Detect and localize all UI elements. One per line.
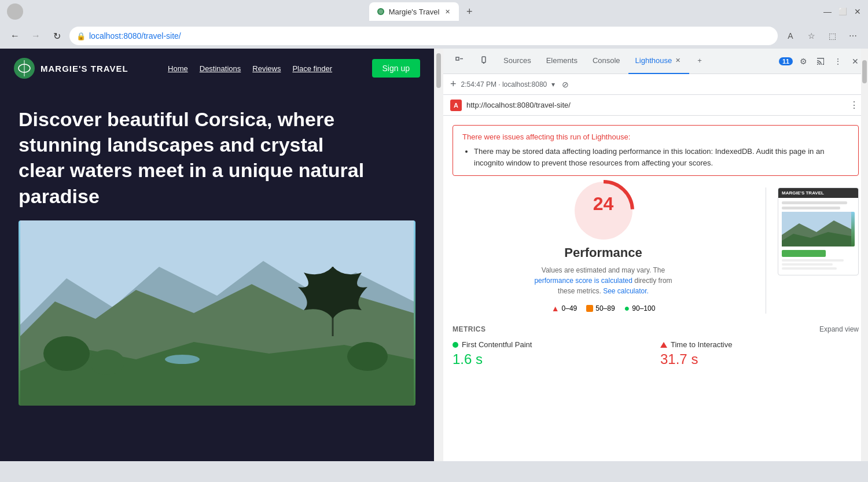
legend-green: ● 90–100	[624, 303, 656, 314]
scroll-thumb[interactable]	[436, 53, 441, 88]
hero-title: Discover beautiful Corsica, where stunni…	[19, 106, 366, 209]
nav-home[interactable]: Home	[168, 64, 188, 73]
green-dot-icon: ●	[624, 303, 630, 314]
logo-icon	[14, 58, 35, 79]
site-thumbnail: MARGIE'S TRAVEL	[778, 187, 859, 275]
thumbnail-content	[778, 198, 858, 275]
tab-lighthouse[interactable]: Lighthouse ✕	[628, 49, 690, 74]
score-description: Values are estimated and may vary. The p…	[528, 265, 679, 296]
back-button[interactable]: ←	[7, 28, 23, 44]
minimize-button[interactable]: —	[823, 7, 832, 16]
metrics-grid: First Contentful Paint 1.6 s Time to Int…	[453, 340, 859, 367]
tab-elements[interactable]: Elements	[539, 49, 584, 74]
svg-point-11	[165, 355, 200, 364]
restore-button[interactable]: ⬜	[838, 8, 847, 16]
warning-title: There were issues affecting this run of …	[462, 133, 849, 141]
tab-console[interactable]: Console	[586, 49, 627, 74]
score-calc-link[interactable]: performance score is calculated	[534, 277, 632, 285]
forward-button[interactable]: →	[28, 28, 44, 44]
site-logo: MARGIE'S TRAVEL	[14, 58, 128, 79]
hero-image	[19, 220, 415, 406]
add-tab-button[interactable]: +	[690, 49, 709, 74]
devtools-device-icon[interactable]	[472, 49, 495, 74]
nav-destinations[interactable]: Destinations	[200, 64, 241, 73]
devtools-inspect-icon[interactable]	[448, 49, 471, 74]
tab-bar: Margie's Travel ✕ +	[362, 1, 485, 22]
metric-fcp: First Contentful Paint 1.6 s	[453, 340, 651, 367]
host-dropdown[interactable]: ▾	[551, 80, 555, 89]
clear-button[interactable]: ⊘	[560, 79, 571, 90]
performance-score-value: 24	[593, 193, 614, 215]
legend-red: ▲ 0–49	[551, 304, 578, 313]
metric-tti: Time to Interactive 31.7 s	[660, 340, 859, 367]
svg-point-8	[43, 336, 90, 371]
lighthouse-tab-close[interactable]: ✕	[673, 56, 682, 65]
address-bar: ← → ↻ 🔒 localhost:8080/travel-site/ A ☆ …	[0, 23, 868, 49]
url-more-button[interactable]: ⋮	[847, 98, 861, 112]
cast-button[interactable]	[812, 53, 829, 69]
thumb-small3	[782, 267, 837, 270]
devtools-url-bar: A http://localhost:8080/travel-site/ ⋮	[443, 95, 868, 116]
score-legend: ▲ 0–49 50–89 ● 90–100	[551, 303, 656, 314]
score-circle: 24	[569, 187, 638, 234]
reload-button[interactable]: ↻	[49, 28, 65, 44]
nav-place-finder[interactable]: Place finder	[292, 64, 332, 73]
thumb-line2	[782, 207, 840, 209]
performance-label: Performance	[564, 245, 642, 260]
devtools-panel: Sources Elements Console Lighthouse ✕ + …	[443, 49, 868, 461]
warning-icon: A	[450, 100, 462, 111]
orange-square-icon	[586, 305, 593, 312]
more-tools-icon[interactable]: ⋯	[845, 28, 861, 44]
page-scrollbar[interactable]	[434, 49, 443, 461]
devtools-scroll-thumb[interactable]	[862, 60, 867, 83]
window-close-button[interactable]: ✕	[854, 7, 861, 16]
performance-score-main: 24 Performance Values are estimated and …	[453, 187, 754, 314]
red-triangle-icon: ▲	[551, 304, 560, 313]
translate-icon[interactable]: A	[782, 28, 799, 44]
warning-item: There may be stored data affecting loadi…	[474, 146, 849, 168]
url-bar[interactable]: 🔒 localhost:8080/travel-site/	[69, 27, 778, 45]
score-divider	[766, 187, 766, 314]
settings-button[interactable]: ⚙	[795, 53, 811, 69]
audited-url: http://localhost:8080/travel-site/	[466, 101, 847, 109]
thumb-line1	[782, 201, 847, 204]
add-run-button[interactable]: +	[450, 78, 457, 90]
metrics-section: METRICS Expand view First Contentful Pai…	[453, 325, 859, 367]
thumb-small2	[782, 263, 833, 266]
collections-icon[interactable]: ⬚	[824, 28, 840, 44]
error-count: 11	[779, 57, 793, 65]
nav-reviews[interactable]: Reviews	[252, 64, 281, 73]
metric-fcp-label: First Contentful Paint	[453, 340, 651, 349]
tab-sources[interactable]: Sources	[496, 49, 538, 74]
profile-avatar	[7, 3, 23, 20]
tab-title: Margie's Travel	[389, 8, 440, 16]
kebab-menu[interactable]: ⋮	[830, 53, 846, 69]
expand-view-button[interactable]: Expand view	[819, 325, 859, 333]
svg-point-9	[90, 349, 124, 375]
run-timestamp: 2:54:47 PM · localhost:8080	[461, 80, 547, 89]
metrics-header: METRICS Expand view	[453, 325, 859, 333]
metric-fcp-value: 1.6 s	[453, 351, 651, 367]
lighthouse-content: There were issues affecting this run of …	[443, 116, 868, 461]
tab-favicon	[376, 7, 385, 16]
svg-rect-13	[456, 57, 459, 60]
tti-status-icon	[660, 342, 667, 348]
warning-list: There may be stored data affecting loadi…	[462, 146, 849, 168]
title-bar: Margie's Travel ✕ + — ⬜ ✕	[0, 0, 868, 23]
devtools-secondary-bar: + 2:54:47 PM · localhost:8080 ▾ ⊘	[443, 74, 868, 95]
devtools-toolbar: Sources Elements Console Lighthouse ✕ + …	[443, 49, 868, 74]
see-calculator-link[interactable]: See calculator.	[603, 287, 649, 295]
fcp-status-icon	[453, 342, 458, 348]
active-tab[interactable]: Margie's Travel ✕	[369, 2, 459, 21]
logo-text: MARGIE'S TRAVEL	[41, 64, 128, 73]
svg-point-10	[347, 342, 388, 371]
new-tab-button[interactable]: +	[461, 3, 477, 20]
main-area: MARGIE'S TRAVEL Home Destinations Review…	[0, 49, 868, 461]
error-badge[interactable]: 11	[778, 53, 794, 69]
signup-button[interactable]: Sign up	[372, 59, 420, 78]
lock-icon: 🔒	[76, 32, 86, 41]
devtools-scrollbar[interactable]	[861, 49, 868, 461]
thumbnail-header: MARGIE'S TRAVEL	[778, 188, 858, 198]
tab-close-button[interactable]: ✕	[443, 7, 452, 16]
favorites-icon[interactable]: ☆	[803, 28, 819, 44]
